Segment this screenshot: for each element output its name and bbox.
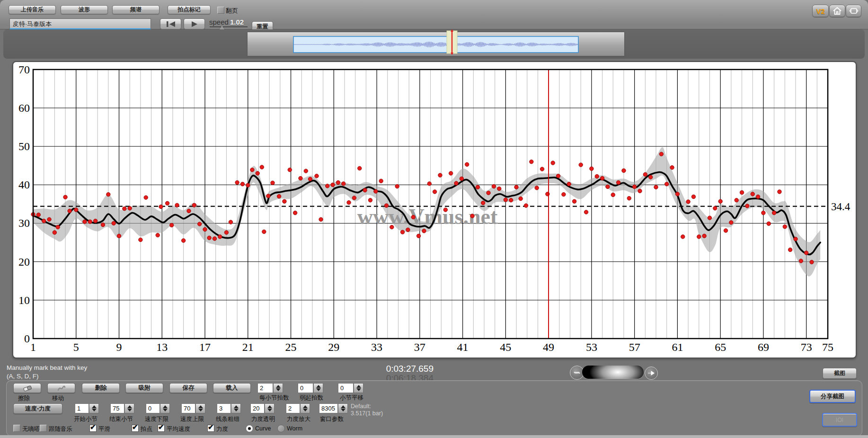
bar-shift-input[interactable]: 0 (338, 383, 354, 393)
dyn-scale-stepper[interactable] (300, 403, 310, 413)
pickup-beats-stepper[interactable] (313, 383, 323, 393)
beat-dot[interactable] (288, 168, 292, 171)
beats-per-bar-input[interactable]: 2 (257, 383, 273, 393)
beat-dot[interactable] (772, 211, 776, 215)
beat-dot[interactable] (277, 194, 281, 198)
beat-marks-button[interactable]: 拍点标记 (168, 5, 211, 14)
window-param-stepper[interactable] (338, 403, 348, 413)
beat-dot[interactable] (487, 191, 490, 195)
track-name-field[interactable]: 皮特·马泰版本 (9, 18, 151, 30)
avg-tempo-checkbox[interactable] (158, 425, 165, 432)
beat-dot[interactable] (395, 184, 399, 188)
beat-dot[interactable] (83, 220, 87, 223)
beat-dot[interactable] (106, 192, 110, 196)
volume-slider[interactable] (582, 366, 644, 379)
v2-button[interactable]: V2 (812, 5, 829, 17)
play-button[interactable] (184, 18, 205, 29)
beat-dot[interactable] (681, 235, 685, 239)
beat-dot[interactable] (427, 182, 431, 186)
beat-dot[interactable] (112, 221, 115, 225)
beat-dot[interactable] (745, 204, 749, 208)
beat-dot[interactable] (363, 188, 367, 192)
beat-dot[interactable] (123, 206, 126, 210)
beat-dot[interactable] (336, 180, 340, 184)
beat-dot[interactable] (144, 196, 148, 199)
upload-music-button[interactable]: 上传音乐 (9, 5, 56, 14)
beat-dot[interactable] (460, 177, 463, 180)
beat-dot[interactable] (358, 166, 362, 170)
window-param-input[interactable]: 8305 (319, 403, 338, 413)
beat-dot[interactable] (675, 192, 679, 196)
no-tick-checkbox[interactable] (13, 425, 20, 432)
beat-dot[interactable] (197, 222, 201, 226)
beats-per-bar-stepper[interactable] (273, 383, 283, 393)
beat-dot[interactable] (788, 248, 792, 251)
dyn-alpha-input[interactable]: 20 (250, 403, 265, 413)
end-bar-stepper[interactable] (124, 403, 134, 413)
beat-dot[interactable] (240, 182, 244, 186)
beat-dot[interactable] (175, 203, 179, 207)
beat-dot[interactable] (783, 225, 787, 229)
beat-dot[interactable] (579, 163, 583, 167)
ioi-button[interactable]: IOI (822, 413, 857, 427)
snap-button[interactable]: 吸附 (125, 383, 163, 393)
load-button[interactable]: 载入 (213, 383, 251, 393)
beat-dot[interactable] (762, 211, 765, 215)
beat-dot[interactable] (632, 185, 636, 188)
beat-dot[interactable] (47, 217, 51, 221)
beat-dot[interactable] (63, 195, 67, 199)
beat-dot[interactable] (648, 175, 652, 179)
beat-dot[interactable] (218, 235, 222, 239)
beat-dot[interactable] (368, 198, 372, 202)
beat-dot[interactable] (465, 162, 469, 166)
delete-button[interactable]: 删除 (82, 383, 120, 393)
beat-dot[interactable] (308, 177, 312, 181)
beat-dot[interactable] (799, 259, 803, 263)
line-width-stepper[interactable] (231, 403, 241, 413)
beat-dot[interactable] (342, 182, 345, 186)
beat-dot[interactable] (740, 190, 744, 194)
beat-dot[interactable] (443, 208, 447, 212)
beat-dot[interactable] (476, 185, 479, 189)
beat-dot[interactable] (433, 190, 436, 194)
beat-dot[interactable] (530, 160, 533, 163)
beat-dot[interactable] (524, 204, 528, 207)
beat-dot[interactable] (319, 217, 323, 221)
beat-dot[interactable] (654, 185, 658, 189)
beat-dot[interactable] (411, 215, 415, 219)
fullscreen-button[interactable] (846, 5, 861, 17)
worm-radio[interactable] (277, 425, 285, 432)
beat-dot[interactable] (235, 180, 239, 184)
beat-dot[interactable] (804, 251, 808, 255)
beat-dot[interactable] (299, 176, 302, 180)
beat-dot[interactable] (304, 169, 308, 173)
beat-dot[interactable] (686, 200, 690, 204)
beat-dot[interactable] (262, 230, 266, 233)
beat-dot[interactable] (384, 204, 388, 207)
beat-dot[interactable] (293, 211, 297, 215)
beat-dot[interactable] (735, 198, 738, 202)
beat-dot[interactable] (192, 203, 196, 207)
beat-dot[interactable] (390, 225, 394, 229)
beat-dot[interactable] (767, 222, 771, 225)
follow-music-checkbox[interactable] (40, 425, 47, 432)
beat-dot[interactable] (540, 167, 544, 171)
start-bar-stepper[interactable] (89, 403, 99, 413)
beat-dot[interactable] (454, 181, 458, 185)
beat-dot[interactable] (590, 167, 593, 170)
dyn-scale-input[interactable]: 2 (286, 403, 300, 413)
tempo-min-stepper[interactable] (160, 403, 170, 413)
beat-dot[interactable] (250, 168, 254, 171)
pickup-beats-input[interactable]: 0 (298, 383, 313, 393)
beat-dot[interactable] (400, 230, 404, 234)
beat-dot[interactable] (156, 233, 159, 237)
beat-dot[interactable] (128, 206, 132, 210)
beat-dot[interactable] (600, 176, 604, 180)
beat-dot[interactable] (697, 235, 701, 239)
beat-dot[interactable] (203, 227, 207, 231)
start-bar-input[interactable]: 1 (75, 403, 89, 413)
beat-dot[interactable] (88, 220, 92, 223)
beat-dot[interactable] (622, 169, 626, 172)
beat-dot[interactable] (181, 239, 185, 242)
beat-dot[interactable] (670, 166, 674, 170)
